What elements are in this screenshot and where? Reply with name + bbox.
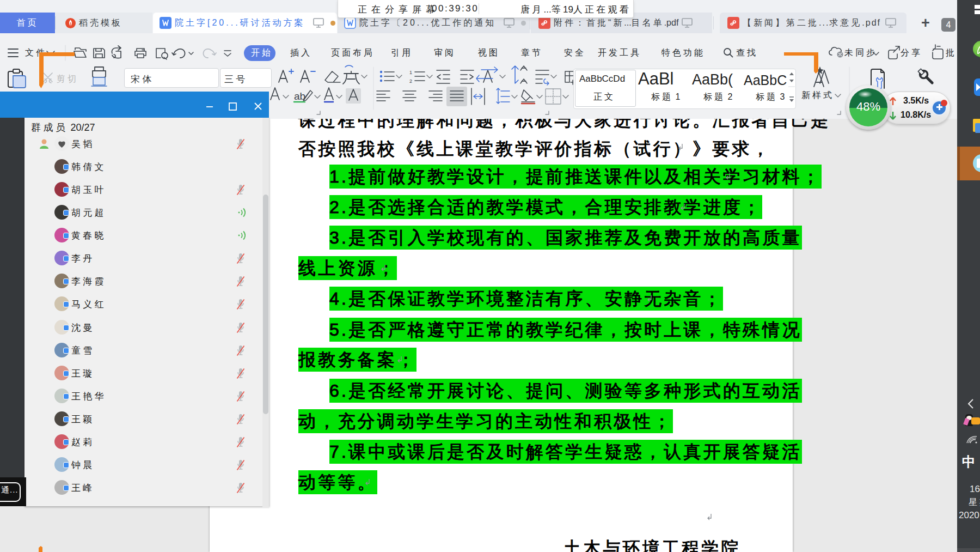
svg-text:1: 1	[409, 70, 412, 75]
svg-text:2: 2	[409, 78, 412, 84]
